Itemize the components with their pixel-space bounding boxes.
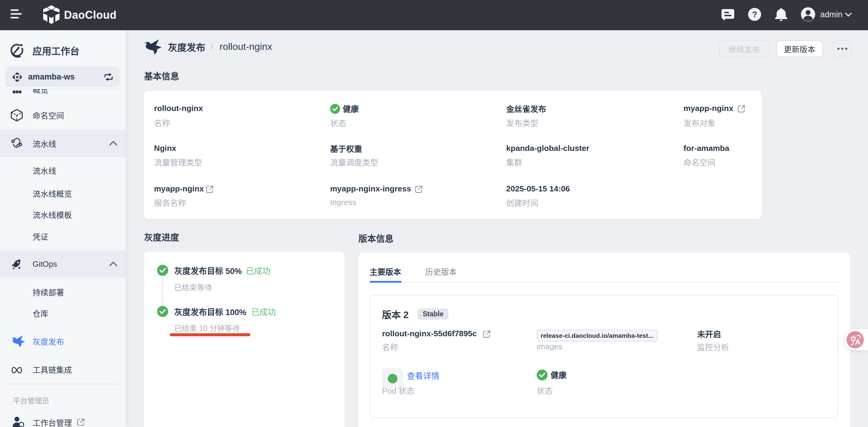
svg-text:?: ? — [752, 10, 757, 19]
